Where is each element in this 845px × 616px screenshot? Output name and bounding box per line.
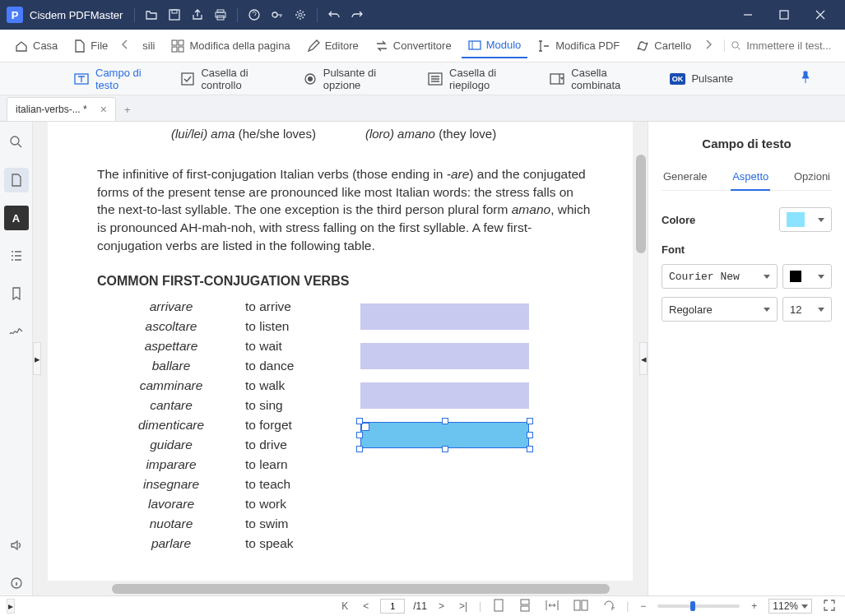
button-icon: OK (670, 72, 685, 86)
font-family-dropdown[interactable]: Courier New (662, 264, 778, 289)
search-box[interactable] (724, 39, 837, 52)
save-icon[interactable] (163, 3, 186, 26)
zoom-in-icon[interactable]: + (748, 599, 760, 614)
maximize-button[interactable] (766, 0, 802, 30)
horizontal-scrollbar[interactable] (46, 582, 634, 595)
document-tab[interactable]: italian-verbs-... * × (7, 97, 116, 121)
tab-opzioni[interactable]: Opzioni (792, 165, 832, 190)
minimize-button[interactable] (730, 0, 766, 30)
panel-title: Campo di testo (662, 137, 832, 151)
form-text-field[interactable] (360, 303, 529, 330)
chevron-left-icon[interactable] (118, 36, 132, 55)
form-text-field[interactable] (360, 343, 529, 369)
view-continuous-icon[interactable] (516, 597, 534, 616)
sound-icon[interactable] (4, 533, 29, 558)
form-text-field[interactable] (360, 382, 529, 409)
pin-icon[interactable] (799, 71, 812, 86)
font-size-dropdown[interactable]: 12 (782, 297, 832, 322)
tool-radio[interactable]: Pulsante di opzione (304, 67, 395, 91)
close-button[interactable] (802, 0, 838, 30)
page-number-input[interactable] (380, 599, 405, 614)
menu-editore[interactable]: Editore (300, 35, 365, 58)
chevron-down-icon (818, 308, 824, 312)
svg-rect-23 (494, 600, 503, 611)
expand-right-icon[interactable]: ◂ (639, 342, 648, 375)
svg-rect-9 (172, 40, 177, 45)
first-page-icon[interactable]: K (338, 599, 351, 614)
bookmark-icon[interactable] (4, 281, 29, 306)
color-dropdown[interactable] (779, 207, 832, 232)
undo-icon[interactable] (323, 3, 346, 26)
add-tab-button[interactable]: + (119, 99, 136, 121)
key-icon[interactable] (266, 3, 289, 26)
combobox-icon (550, 72, 564, 86)
svg-rect-25 (521, 606, 529, 611)
chevron-down-icon (801, 604, 808, 609)
redo-icon[interactable] (346, 3, 369, 26)
menu-convertitore[interactable]: Convertitore (369, 35, 458, 58)
annotations-icon[interactable]: A (4, 206, 29, 230)
menu-cartello[interactable]: Cartello (629, 35, 698, 58)
search-tool-icon[interactable] (4, 130, 29, 155)
svg-rect-26 (574, 600, 580, 610)
view-facing-icon[interactable] (570, 598, 592, 615)
menu-sili[interactable]: sili (136, 35, 161, 57)
tool-text-field[interactable]: Campo di testo (74, 67, 148, 91)
settings-icon[interactable] (289, 3, 312, 26)
tool-listbox[interactable]: Casella di riepilogo (428, 67, 517, 91)
tab-aspetto[interactable]: Aspetto (731, 165, 770, 191)
signature-icon[interactable] (4, 319, 29, 344)
menu-modulo[interactable]: Modulo (462, 34, 528, 58)
search-input[interactable] (746, 39, 837, 52)
next-page-icon[interactable]: > (435, 599, 448, 614)
pdf-page[interactable]: (lui/lei) ama (he/she loves) (loro) aman… (48, 122, 633, 581)
zoom-slider[interactable] (657, 604, 740, 608)
menu-casa[interactable]: Casa (8, 35, 64, 58)
prev-page-icon[interactable]: < (360, 599, 372, 614)
form-text-field-selected[interactable] (360, 422, 529, 448)
font-color-dropdown[interactable] (782, 264, 832, 289)
svg-rect-16 (182, 73, 193, 85)
print-icon[interactable] (209, 3, 232, 26)
menu-modifica-pagina[interactable]: Modifica della pagina (165, 35, 296, 58)
help-icon[interactable] (243, 3, 266, 26)
svg-rect-0 (169, 10, 179, 20)
tool-button[interactable]: OKPulsante (670, 72, 733, 86)
checkbox-icon (181, 72, 194, 86)
app-logo: P (7, 7, 23, 23)
expand-left-icon[interactable]: ▸ (33, 342, 41, 375)
zoom-dropdown[interactable]: 112% (768, 599, 812, 614)
menu-bar: Casa File sili Modifica della pagina Edi… (0, 30, 845, 63)
view-rotate-icon[interactable] (600, 598, 618, 615)
listbox-icon (428, 72, 443, 86)
radio-icon (304, 72, 317, 86)
font-style-dropdown[interactable]: Regolare (662, 297, 778, 322)
last-page-icon[interactable]: >| (456, 599, 471, 614)
info-icon[interactable] (4, 571, 29, 595)
chevron-right-icon[interactable] (701, 36, 716, 55)
view-single-icon[interactable] (490, 597, 508, 616)
tool-combobox[interactable]: Casella combinata (550, 67, 637, 91)
share-icon[interactable] (186, 3, 209, 26)
zoom-out-icon[interactable]: − (637, 599, 649, 614)
document-area: ▸ ◂ (lui/lei) ama (he/she loves) (loro) … (33, 122, 648, 595)
font-label: Font (662, 243, 832, 256)
tab-label: italian-verbs-... * (16, 104, 87, 115)
outline-icon[interactable] (4, 243, 29, 268)
view-fit-width-icon[interactable] (542, 598, 562, 615)
open-icon[interactable] (140, 3, 163, 26)
svg-point-14 (732, 41, 739, 48)
form-toolbar: Campo di testo Casella di controllo Puls… (0, 63, 845, 95)
menu-modifica-pdf[interactable]: Modifica PDF (531, 35, 626, 58)
chevron-down-icon (818, 275, 824, 279)
tool-checkbox[interactable]: Casella di controllo (181, 67, 270, 91)
close-tab-icon[interactable]: × (100, 103, 107, 116)
svg-point-7 (299, 13, 302, 16)
fullscreen-icon[interactable] (820, 598, 838, 615)
title-bar: P Cisdem PDFMaster (0, 0, 845, 30)
expand-sidebar-icon[interactable]: ▸ (7, 599, 15, 614)
menu-file[interactable]: File (67, 35, 114, 58)
page-thumbs-icon[interactable] (4, 168, 29, 192)
svg-rect-13 (469, 41, 481, 49)
tab-generale[interactable]: Generale (662, 165, 708, 190)
